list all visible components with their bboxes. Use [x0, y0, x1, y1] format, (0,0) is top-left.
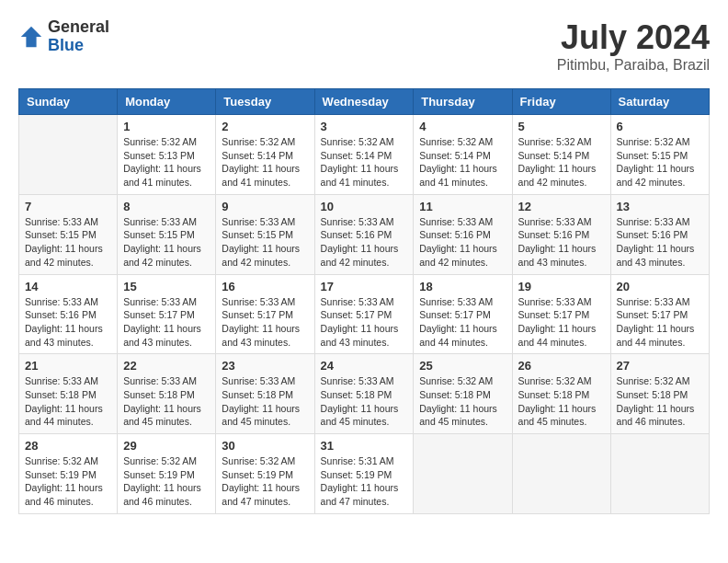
- calendar-header-row: SundayMondayTuesdayWednesdayThursdayFrid…: [19, 89, 710, 115]
- column-header-friday: Friday: [512, 89, 610, 115]
- calendar-week-row: 21Sunrise: 5:33 AMSunset: 5:18 PMDayligh…: [19, 354, 710, 434]
- calendar-cell: 30Sunrise: 5:32 AMSunset: 5:19 PMDayligh…: [216, 434, 314, 514]
- day-number: 19: [518, 280, 605, 293]
- calendar-cell: 5Sunrise: 5:32 AMSunset: 5:14 PMDaylight…: [512, 115, 610, 195]
- calendar-week-row: 14Sunrise: 5:33 AMSunset: 5:16 PMDayligh…: [19, 274, 710, 354]
- calendar-cell: 27Sunrise: 5:32 AMSunset: 5:18 PMDayligh…: [610, 354, 709, 434]
- calendar-cell: 12Sunrise: 5:33 AMSunset: 5:16 PMDayligh…: [512, 194, 610, 274]
- calendar-cell: 7Sunrise: 5:33 AMSunset: 5:15 PMDaylight…: [19, 194, 118, 274]
- location-text: Pitimbu, Paraiba, Brazil: [557, 57, 710, 74]
- calendar-cell: 13Sunrise: 5:33 AMSunset: 5:16 PMDayligh…: [610, 194, 709, 274]
- day-info: Sunrise: 5:32 AMSunset: 5:18 PMDaylight:…: [419, 374, 506, 429]
- day-info: Sunrise: 5:32 AMSunset: 5:14 PMDaylight:…: [321, 135, 408, 190]
- day-number: 9: [222, 200, 308, 213]
- day-number: 17: [321, 280, 408, 293]
- logo-blue-text: Blue: [48, 37, 109, 55]
- month-title: July 2024: [557, 18, 710, 57]
- day-number: 10: [321, 200, 408, 213]
- day-info: Sunrise: 5:33 AMSunset: 5:18 PMDaylight:…: [222, 374, 308, 429]
- calendar-week-row: 1Sunrise: 5:32 AMSunset: 5:13 PMDaylight…: [19, 115, 710, 195]
- day-info: Sunrise: 5:33 AMSunset: 5:18 PMDaylight:…: [123, 374, 210, 429]
- day-info: Sunrise: 5:33 AMSunset: 5:16 PMDaylight:…: [25, 295, 111, 350]
- day-info: Sunrise: 5:33 AMSunset: 5:17 PMDaylight:…: [321, 295, 408, 350]
- calendar-cell: 19Sunrise: 5:33 AMSunset: 5:17 PMDayligh…: [512, 274, 610, 354]
- day-info: Sunrise: 5:32 AMSunset: 5:19 PMDaylight:…: [222, 454, 308, 509]
- calendar-week-row: 28Sunrise: 5:32 AMSunset: 5:19 PMDayligh…: [19, 434, 710, 514]
- day-number: 2: [222, 120, 308, 133]
- calendar-cell: 4Sunrise: 5:32 AMSunset: 5:14 PMDaylight…: [414, 115, 512, 195]
- logo-icon: [18, 24, 44, 50]
- day-info: Sunrise: 5:32 AMSunset: 5:19 PMDaylight:…: [123, 454, 210, 509]
- calendar-cell: 24Sunrise: 5:33 AMSunset: 5:18 PMDayligh…: [314, 354, 414, 434]
- column-header-thursday: Thursday: [414, 89, 512, 115]
- day-number: 3: [321, 120, 408, 133]
- calendar-cell: [610, 434, 709, 514]
- day-number: 22: [123, 359, 210, 373]
- day-info: Sunrise: 5:31 AMSunset: 5:19 PMDaylight:…: [321, 454, 408, 509]
- calendar-cell: 18Sunrise: 5:33 AMSunset: 5:17 PMDayligh…: [414, 274, 512, 354]
- day-number: 11: [419, 200, 506, 213]
- day-number: 23: [222, 359, 308, 373]
- calendar-week-row: 7Sunrise: 5:33 AMSunset: 5:15 PMDaylight…: [19, 194, 710, 274]
- day-info: Sunrise: 5:32 AMSunset: 5:13 PMDaylight:…: [123, 135, 210, 190]
- calendar-cell: 2Sunrise: 5:32 AMSunset: 5:14 PMDaylight…: [216, 115, 314, 195]
- day-info: Sunrise: 5:33 AMSunset: 5:17 PMDaylight:…: [617, 295, 703, 350]
- day-number: 28: [25, 439, 111, 453]
- day-info: Sunrise: 5:33 AMSunset: 5:17 PMDaylight:…: [222, 295, 308, 350]
- day-number: 5: [518, 120, 605, 133]
- day-info: Sunrise: 5:33 AMSunset: 5:17 PMDaylight:…: [419, 295, 506, 350]
- day-number: 21: [25, 359, 111, 373]
- page-header: General Blue July 2024 Pitimbu, Paraiba,…: [18, 18, 710, 74]
- day-info: Sunrise: 5:33 AMSunset: 5:16 PMDaylight:…: [419, 215, 506, 270]
- day-number: 1: [123, 120, 210, 133]
- day-number: 7: [25, 200, 111, 213]
- day-number: 27: [617, 359, 703, 373]
- calendar-cell: 14Sunrise: 5:33 AMSunset: 5:16 PMDayligh…: [19, 274, 118, 354]
- calendar-cell: 17Sunrise: 5:33 AMSunset: 5:17 PMDayligh…: [314, 274, 414, 354]
- day-info: Sunrise: 5:32 AMSunset: 5:18 PMDaylight:…: [617, 374, 703, 429]
- day-info: Sunrise: 5:33 AMSunset: 5:17 PMDaylight:…: [123, 295, 210, 350]
- calendar-cell: 3Sunrise: 5:32 AMSunset: 5:14 PMDaylight…: [314, 115, 414, 195]
- calendar-cell: 23Sunrise: 5:33 AMSunset: 5:18 PMDayligh…: [216, 354, 314, 434]
- calendar-cell: 10Sunrise: 5:33 AMSunset: 5:16 PMDayligh…: [314, 194, 414, 274]
- day-info: Sunrise: 5:32 AMSunset: 5:18 PMDaylight:…: [518, 374, 605, 429]
- calendar-cell: 31Sunrise: 5:31 AMSunset: 5:19 PMDayligh…: [314, 434, 414, 514]
- calendar-cell: 1Sunrise: 5:32 AMSunset: 5:13 PMDaylight…: [118, 115, 216, 195]
- day-number: 8: [123, 200, 210, 213]
- calendar-cell: 8Sunrise: 5:33 AMSunset: 5:15 PMDaylight…: [118, 194, 216, 274]
- day-info: Sunrise: 5:33 AMSunset: 5:15 PMDaylight:…: [25, 215, 111, 270]
- column-header-tuesday: Tuesday: [216, 89, 314, 115]
- day-number: 20: [617, 280, 703, 293]
- calendar-cell: 29Sunrise: 5:32 AMSunset: 5:19 PMDayligh…: [118, 434, 216, 514]
- day-number: 12: [518, 200, 605, 213]
- day-number: 30: [222, 439, 308, 453]
- calendar-cell: 21Sunrise: 5:33 AMSunset: 5:18 PMDayligh…: [19, 354, 118, 434]
- calendar-table: SundayMondayTuesdayWednesdayThursdayFrid…: [18, 88, 710, 514]
- day-number: 29: [123, 439, 210, 453]
- svg-marker-0: [21, 27, 41, 47]
- day-number: 15: [123, 280, 210, 293]
- calendar-cell: 9Sunrise: 5:33 AMSunset: 5:15 PMDaylight…: [216, 194, 314, 274]
- calendar-cell: [512, 434, 610, 514]
- logo-general-text: General: [48, 18, 109, 37]
- day-number: 25: [419, 359, 506, 373]
- day-number: 24: [321, 359, 408, 373]
- logo: General Blue: [18, 18, 109, 55]
- column-header-wednesday: Wednesday: [314, 89, 414, 115]
- calendar-cell: 11Sunrise: 5:33 AMSunset: 5:16 PMDayligh…: [414, 194, 512, 274]
- day-number: 4: [419, 120, 506, 133]
- column-header-monday: Monday: [118, 89, 216, 115]
- day-number: 26: [518, 359, 605, 373]
- day-info: Sunrise: 5:32 AMSunset: 5:19 PMDaylight:…: [25, 454, 111, 509]
- column-header-saturday: Saturday: [610, 89, 709, 115]
- calendar-cell: 25Sunrise: 5:32 AMSunset: 5:18 PMDayligh…: [414, 354, 512, 434]
- logo-text: General Blue: [48, 18, 109, 55]
- day-info: Sunrise: 5:33 AMSunset: 5:18 PMDaylight:…: [321, 374, 408, 429]
- day-info: Sunrise: 5:33 AMSunset: 5:17 PMDaylight:…: [518, 295, 605, 350]
- calendar-cell: 26Sunrise: 5:32 AMSunset: 5:18 PMDayligh…: [512, 354, 610, 434]
- calendar-cell: 16Sunrise: 5:33 AMSunset: 5:17 PMDayligh…: [216, 274, 314, 354]
- calendar-cell: [414, 434, 512, 514]
- calendar-cell: 20Sunrise: 5:33 AMSunset: 5:17 PMDayligh…: [610, 274, 709, 354]
- column-header-sunday: Sunday: [19, 89, 118, 115]
- day-info: Sunrise: 5:33 AMSunset: 5:16 PMDaylight:…: [321, 215, 408, 270]
